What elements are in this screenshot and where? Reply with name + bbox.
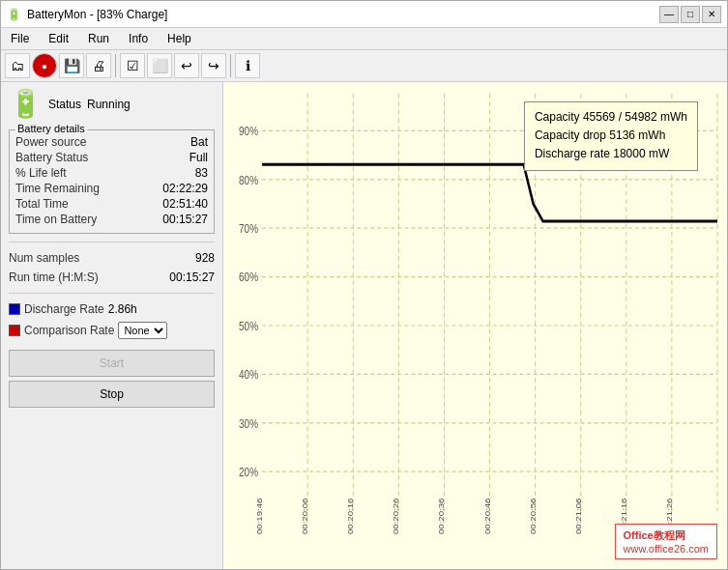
comparison-color-box [9,325,20,336]
menu-help[interactable]: Help [161,30,197,47]
menu-file[interactable]: File [5,30,35,47]
menu-edit[interactable]: Edit [43,30,74,47]
status-label: Status [48,98,81,111]
power-source-row: Power source Bat [15,134,208,150]
watermark: Office教程网 www.office26.com [615,524,717,559]
menu-info[interactable]: Info [123,30,154,47]
svg-text:00:20:56: 00:20:56 [528,499,537,534]
svg-text:60%: 60% [239,271,258,284]
total-time-label: Total Time [15,197,69,211]
chart-tooltip: Capacity 45569 / 54982 mWh Capacity drop… [524,101,698,171]
discharge-rate-label: Discharge Rate [24,302,104,316]
left-panel: 🔋 Status Running Battery details Power s… [1,82,223,569]
divider1 [9,242,215,242]
time-remaining-value: 02:22:29 [162,182,208,195]
life-left-value: 83 [195,166,208,180]
toolbar: 🗂 ● 💾 🖨 ☑ ⬜ ↩ ↪ ℹ [1,50,727,82]
status-row: 🔋 Status Running [9,88,215,120]
life-left-label: % Life left [15,166,67,180]
toolbar-save-btn[interactable]: 💾 [59,53,84,78]
chart-area: 90% 80% 70% 60% 50% 40% 30% 20% 00:19:46… [223,82,727,569]
toolbar-print-btn[interactable]: 🖨 [86,53,111,78]
time-remaining-label: Time Remaining [15,182,100,195]
button-row: Start Stop [9,350,215,408]
toolbar-record-btn[interactable]: ● [32,53,57,78]
time-on-battery-value: 00:15:27 [162,213,208,226]
discharge-rate-value: 2.86h [108,302,137,316]
battery-large-icon: 🔋 [9,88,43,120]
total-time-value: 02:51:40 [162,197,208,211]
comparison-rate-select[interactable]: None [118,322,167,339]
svg-text:20%: 20% [239,466,258,478]
toolbar-box-btn[interactable]: ⬜ [147,53,172,78]
battery-status-row: Battery Status Full [15,150,208,165]
battery-status-value: Full [189,151,208,164]
minimize-button[interactable]: — [659,6,679,23]
num-samples-value: 928 [195,251,215,265]
comparison-rate-row: Comparison Rate None [9,321,215,340]
svg-text:00:20:26: 00:20:26 [392,499,400,534]
toolbar-sep2 [230,54,231,77]
num-samples-row: Num samples 928 [9,250,215,266]
runtime-label: Run time (H:M:S) [9,271,99,284]
tooltip-line3: Discharge rate 18000 mW [535,145,687,163]
power-source-label: Power source [15,135,86,149]
stop-button[interactable]: Stop [9,381,215,408]
life-left-row: % Life left 83 [15,165,208,181]
discharge-rate-row: Discharge Rate 2.86h [9,301,215,317]
svg-text:00:20:06: 00:20:06 [301,499,309,534]
svg-text:00:19:46: 00:19:46 [255,499,264,534]
title-bar-controls: — □ ✕ [659,6,721,23]
divider2 [9,293,215,294]
menu-bar: File Edit Run Info Help [1,28,727,50]
discharge-color-box [9,303,20,315]
title-bar: 🔋 BatteryMon - [83% Charge] — □ ✕ [1,1,727,28]
toolbar-sep1 [115,54,116,77]
toolbar-redo-btn[interactable]: ↪ [201,53,226,78]
status-value: Running [87,98,131,111]
comparison-rate-label: Comparison Rate [24,324,114,337]
svg-text:00:20:46: 00:20:46 [482,499,491,534]
main-content: 🔋 Status Running Battery details Power s… [1,82,727,569]
watermark-line1: Office教程网 [624,528,709,543]
time-on-battery-row: Time on Battery 00:15:27 [15,212,208,227]
svg-text:40%: 40% [239,368,258,381]
app-icon: 🔋 [7,8,21,21]
app-window: 🔋 BatteryMon - [83% Charge] — □ ✕ File E… [0,0,728,570]
total-time-row: Total Time 02:51:40 [15,196,208,212]
battery-details-group: Battery details Power source Bat Battery… [9,129,215,234]
title-bar-left: 🔋 BatteryMon - [83% Charge] [7,8,167,21]
toolbar-info-btn[interactable]: ℹ [235,53,260,78]
window-title: BatteryMon - [83% Charge] [27,8,167,21]
time-on-battery-label: Time on Battery [15,213,97,226]
status-label-row: Status Running [48,98,131,111]
num-samples-label: Num samples [9,251,79,265]
runtime-value: 00:15:27 [169,271,215,284]
watermark-line2: www.office26.com [624,543,709,555]
svg-text:50%: 50% [239,320,258,332]
runtime-row: Run time (H:M:S) 00:15:27 [9,270,215,285]
time-remaining-row: Time Remaining 02:22:29 [15,181,208,196]
svg-text:00:20:36: 00:20:36 [437,499,446,534]
group-box-title: Battery details [15,123,87,134]
toolbar-undo-btn[interactable]: ↩ [174,53,199,78]
svg-text:70%: 70% [239,222,258,235]
power-source-value: Bat [190,135,208,149]
svg-text:90%: 90% [239,125,258,137]
menu-run[interactable]: Run [82,30,115,47]
close-button[interactable]: ✕ [702,6,721,23]
tooltip-line2: Capacity drop 5136 mWh [535,127,687,145]
maximize-button[interactable]: □ [681,6,700,23]
svg-text:00:20:16: 00:20:16 [346,499,355,534]
battery-status-label: Battery Status [15,151,88,164]
svg-text:80%: 80% [239,174,258,186]
svg-text:30%: 30% [239,417,258,430]
comparison-dropdown-container: None [118,322,167,339]
toolbar-open-btn[interactable]: 🗂 [5,53,30,78]
start-button[interactable]: Start [9,350,215,377]
svg-text:00:21:06: 00:21:06 [573,499,582,534]
toolbar-check-btn[interactable]: ☑ [120,53,145,78]
tooltip-line1: Capacity 45569 / 54982 mWh [535,108,687,127]
